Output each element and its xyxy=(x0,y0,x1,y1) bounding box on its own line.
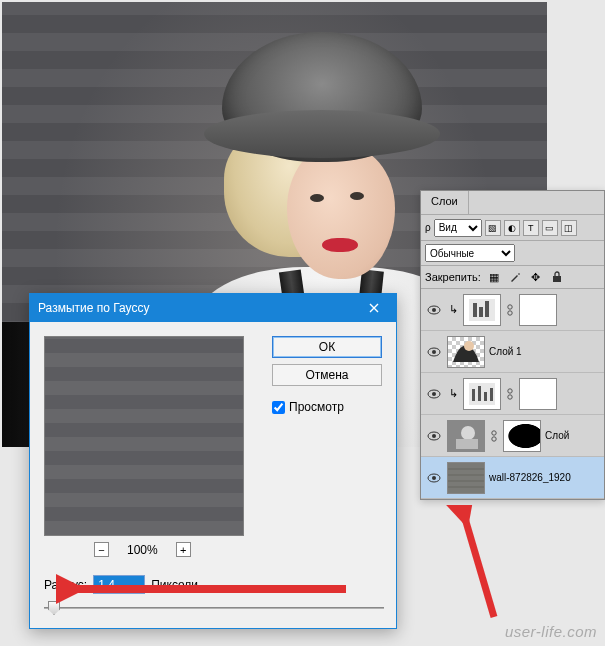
cancel-button[interactable]: Отмена xyxy=(272,364,382,386)
preview-checkbox-row[interactable]: Просмотр xyxy=(272,400,382,414)
svg-rect-26 xyxy=(448,463,484,493)
svg-point-23 xyxy=(492,436,496,440)
layer-mask-thumbnail[interactable] xyxy=(519,294,557,326)
link-icon[interactable] xyxy=(505,304,515,316)
radius-unit: Пиксели xyxy=(151,578,198,592)
layer-name[interactable]: Слой 1 xyxy=(489,346,522,357)
layer-filter-bar: ρ Вид ▧ ◐ T ▭ ◫ xyxy=(421,215,604,241)
radius-input[interactable] xyxy=(93,575,145,594)
svg-point-18 xyxy=(432,434,436,438)
layer-thumbnail[interactable] xyxy=(447,420,485,452)
layer-row[interactable]: Слой xyxy=(421,415,604,457)
layer-row[interactable]: ↳ xyxy=(421,289,604,331)
filter-kind-icon: ρ xyxy=(425,222,431,233)
filter-pixel-icon[interactable]: ▧ xyxy=(485,220,501,236)
lock-all-icon[interactable] xyxy=(549,269,565,285)
gaussian-blur-dialog: Размытие по Гауссу − 100% + Радиус: Пикс… xyxy=(29,293,397,629)
clip-indicator-icon: ↳ xyxy=(447,303,459,316)
svg-point-13 xyxy=(432,392,436,396)
ok-button[interactable]: ОК xyxy=(272,336,382,358)
dialog-title: Размытие по Гауссу xyxy=(38,301,149,315)
visibility-icon[interactable] xyxy=(427,389,441,399)
radius-label: Радиус: xyxy=(44,578,87,592)
close-icon[interactable] xyxy=(360,294,388,322)
svg-point-15 xyxy=(508,388,512,392)
svg-point-11 xyxy=(464,341,474,351)
svg-point-20 xyxy=(461,426,475,440)
zoom-in-button[interactable]: + xyxy=(176,542,191,557)
svg-rect-0 xyxy=(553,276,561,282)
visibility-icon[interactable] xyxy=(427,305,441,315)
preview-checkbox[interactable] xyxy=(272,401,285,414)
layer-thumbnail[interactable] xyxy=(463,378,501,410)
filter-shape-icon[interactable]: ▭ xyxy=(542,220,558,236)
zoom-level: 100% xyxy=(127,543,158,557)
svg-point-22 xyxy=(492,430,496,434)
visibility-icon[interactable] xyxy=(427,347,441,357)
lock-transparency-icon[interactable]: ▦ xyxy=(486,269,502,285)
svg-point-7 xyxy=(508,304,512,308)
lock-label: Закрепить: xyxy=(425,271,481,283)
layer-thumbnail[interactable] xyxy=(447,336,485,368)
lock-paint-icon[interactable] xyxy=(507,269,523,285)
watermark: user-life.com xyxy=(505,623,597,640)
link-icon[interactable] xyxy=(489,430,499,442)
filter-type-icon[interactable]: T xyxy=(523,220,539,236)
lock-position-icon[interactable]: ✥ xyxy=(528,269,544,285)
dialog-titlebar[interactable]: Размытие по Гауссу xyxy=(30,294,396,322)
slider-thumb[interactable] xyxy=(48,601,60,615)
zoom-out-button[interactable]: − xyxy=(94,542,109,557)
svg-rect-4 xyxy=(473,303,477,317)
link-icon[interactable] xyxy=(505,388,515,400)
clip-indicator-icon: ↳ xyxy=(447,387,459,400)
layer-row[interactable]: Слой 1 xyxy=(421,331,604,373)
filter-kind-select[interactable]: Вид xyxy=(434,219,482,237)
filter-preview[interactable] xyxy=(44,336,244,536)
svg-rect-21 xyxy=(456,439,478,449)
preview-checkbox-label: Просмотр xyxy=(289,400,344,414)
layer-thumbnail[interactable] xyxy=(463,294,501,326)
layer-name[interactable]: wall-872826_1920 xyxy=(489,472,571,483)
visibility-icon[interactable] xyxy=(427,473,441,483)
svg-rect-5 xyxy=(479,307,483,317)
radius-slider[interactable] xyxy=(44,600,384,616)
visibility-icon[interactable] xyxy=(427,431,441,441)
layer-row[interactable]: wall-872826_1920 xyxy=(421,457,604,499)
layer-name[interactable]: Слой xyxy=(545,430,569,441)
svg-point-25 xyxy=(432,476,436,480)
layer-row[interactable]: ↳ xyxy=(421,373,604,415)
svg-rect-6 xyxy=(485,301,489,317)
tab-layers[interactable]: Слои xyxy=(421,191,469,214)
layers-panel: Слои ρ Вид ▧ ◐ T ▭ ◫ Обычные Закрепить: … xyxy=(420,190,605,500)
svg-point-2 xyxy=(432,308,436,312)
svg-point-10 xyxy=(432,350,436,354)
svg-point-16 xyxy=(508,394,512,398)
layer-thumbnail[interactable] xyxy=(447,462,485,494)
filter-adjust-icon[interactable]: ◐ xyxy=(504,220,520,236)
filter-smart-icon[interactable]: ◫ xyxy=(561,220,577,236)
layer-mask-thumbnail[interactable] xyxy=(519,378,557,410)
layer-mask-thumbnail[interactable] xyxy=(503,420,541,452)
blend-mode-select[interactable]: Обычные xyxy=(425,244,515,262)
svg-point-8 xyxy=(508,310,512,314)
